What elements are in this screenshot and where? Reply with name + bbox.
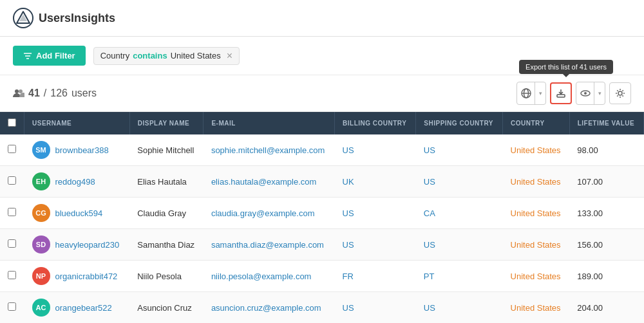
row-username: NP organicrabbit472 [24, 261, 130, 292]
settings-icon [615, 88, 625, 98]
eye-button[interactable] [576, 82, 594, 104]
filter-field: Country [100, 51, 130, 60]
count-separator: / [44, 88, 46, 99]
row-shipping-country: US [416, 229, 503, 261]
row-shipping-country: US [416, 134, 503, 166]
row-shipping-country: CA [416, 198, 503, 229]
row-display-name: Samantha Diaz [129, 229, 204, 261]
svg-point-7 [19, 89, 23, 93]
row-country: United States [503, 229, 570, 261]
filtered-count: 41 [28, 88, 40, 99]
avatar: AC [32, 299, 50, 317]
row-shipping-country: PT [416, 261, 503, 292]
username-text[interactable]: reddog498 [55, 177, 95, 187]
row-checkbox[interactable] [8, 239, 16, 248]
row-checkbox[interactable] [8, 176, 16, 185]
row-email: asuncion.cruz@example.com [204, 292, 335, 324]
table-row: AC orangebear522 Asuncion Cruz asuncion.… [0, 292, 644, 324]
row-lifetime-value: 204.00 [569, 292, 643, 324]
avatar: EH [32, 172, 50, 190]
row-billing-country: US [335, 292, 416, 324]
row-username: SM brownbear388 [24, 134, 130, 166]
row-display-name: Asuncion Cruz [129, 292, 204, 324]
globe-dropdown-arrow[interactable]: ▾ [535, 82, 545, 104]
row-billing-country: FR [335, 261, 416, 292]
svg-point-6 [15, 89, 19, 93]
row-checkbox-cell[interactable] [0, 229, 24, 261]
row-billing-country: US [335, 134, 416, 166]
row-lifetime-value: 189.00 [569, 261, 643, 292]
username-text[interactable]: blueduck594 [55, 208, 103, 218]
row-lifetime-value: 133.00 [569, 198, 643, 229]
avatar: CG [32, 204, 50, 222]
avatar: NP [32, 267, 50, 285]
row-shipping-country: US [416, 166, 503, 198]
row-billing-country: US [335, 198, 416, 229]
row-checkbox-cell[interactable] [0, 166, 24, 198]
table-header-row: USERNAME DISPLAY NAME E-MAIL BILLING COU… [0, 112, 644, 134]
eye-button-group[interactable]: ▾ [576, 82, 605, 105]
row-country: United States [503, 292, 570, 324]
table-body: SM brownbear388 Sophie Mitchell sophie.m… [0, 134, 644, 323]
table-row: SM brownbear388 Sophie Mitchell sophie.m… [0, 134, 644, 166]
row-username: SD heavyleopard230 [24, 229, 130, 261]
svg-rect-11 [557, 95, 565, 97]
row-checkbox-cell[interactable] [0, 261, 24, 292]
total-count: 126 [50, 88, 68, 99]
row-country: United States [503, 198, 570, 229]
eye-dropdown-arrow[interactable]: ▾ [594, 82, 605, 104]
stats-row: 41 / 126 users Export this list of 41 us… [0, 75, 644, 112]
svg-point-14 [584, 92, 587, 95]
row-checkbox[interactable] [8, 271, 16, 279]
row-display-name: Elias Hautala [129, 166, 204, 198]
username-text[interactable]: organicrabbit472 [55, 272, 118, 281]
users-label: users [71, 88, 97, 99]
row-display-name: Claudia Gray [129, 198, 204, 229]
row-country: United States [503, 166, 570, 198]
username-text[interactable]: heavyleopard230 [55, 240, 120, 250]
row-checkbox[interactable] [8, 145, 16, 153]
globe-icon [521, 88, 531, 98]
select-all-cell[interactable] [0, 112, 24, 134]
add-filter-button[interactable]: Add Filter [13, 46, 86, 66]
row-country: United States [503, 134, 570, 166]
filter-remove-button[interactable]: × [227, 51, 232, 61]
row-checkbox[interactable] [8, 302, 16, 311]
filter-tag: Country contains United States × [93, 47, 240, 65]
settings-button[interactable] [609, 82, 631, 104]
username-text[interactable]: brownbear388 [55, 145, 109, 155]
row-checkbox-cell[interactable] [0, 198, 24, 229]
logo-icon [13, 8, 33, 28]
add-filter-label: Add Filter [36, 51, 75, 60]
row-checkbox[interactable] [8, 208, 16, 216]
row-username: EH reddog498 [24, 166, 130, 198]
row-country: United States [503, 261, 570, 292]
header: UsersInsights [0, 0, 644, 37]
row-checkbox-cell[interactable] [0, 292, 24, 324]
col-display-name: DISPLAY NAME [129, 112, 204, 134]
export-button[interactable] [550, 82, 572, 104]
row-checkbox-cell[interactable] [0, 134, 24, 166]
avatar: SM [32, 141, 50, 159]
svg-point-15 [618, 91, 622, 95]
export-icon [556, 88, 566, 98]
table-row: SD heavyleopard230 Samantha Diaz samanth… [0, 229, 644, 261]
table-row: NP organicrabbit472 Niilo Pesola niilo.p… [0, 261, 644, 292]
globe-button[interactable] [517, 82, 535, 104]
username-text[interactable]: orangebear522 [55, 303, 112, 313]
globe-button-group[interactable]: ▾ [516, 82, 546, 105]
users-icon [13, 89, 24, 98]
col-email: E-MAIL [204, 112, 335, 134]
eye-icon [580, 88, 591, 98]
row-lifetime-value: 107.00 [569, 166, 643, 198]
select-all-checkbox[interactable] [8, 118, 16, 127]
row-billing-country: UK [335, 166, 416, 198]
logo: UsersInsights [13, 8, 115, 28]
row-username: AC orangebear522 [24, 292, 130, 324]
row-email: samantha.diaz@example.com [204, 229, 335, 261]
row-email: sophie.mitchell@example.com [204, 134, 335, 166]
row-shipping-country: US [416, 292, 503, 324]
actions-right: Export this list of 41 users ▾ [516, 82, 631, 105]
row-email: claudia.gray@example.com [204, 198, 335, 229]
users-table: USERNAME DISPLAY NAME E-MAIL BILLING COU… [0, 112, 644, 323]
